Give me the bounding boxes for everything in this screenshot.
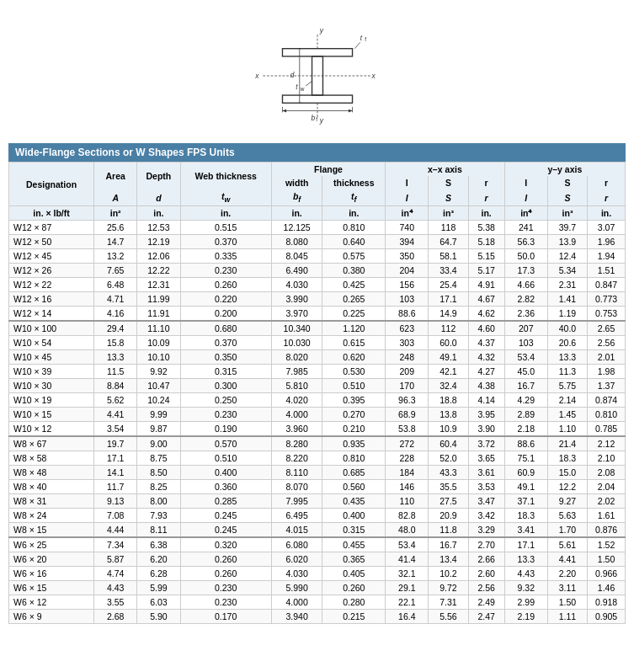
data-cell: 15.8 <box>94 336 137 350</box>
data-cell: 0.280 <box>322 595 386 610</box>
data-cell: 6.28 <box>137 567 180 581</box>
data-cell: 10.10 <box>137 350 180 365</box>
data-cell: 50.0 <box>504 249 547 264</box>
svg-text:t: t <box>360 34 362 42</box>
data-cell: 5.38 <box>468 221 504 235</box>
data-cell: 0.260 <box>180 278 271 292</box>
data-cell: 0.753 <box>588 307 626 322</box>
data-cell: 0.315 <box>180 365 271 379</box>
data-cell: 0.250 <box>180 393 271 408</box>
th-Iy: I <box>504 176 547 189</box>
data-cell: 0.425 <box>322 278 386 292</box>
designation-cell: W8 × 67 <box>9 436 94 451</box>
data-cell: 0.395 <box>322 393 386 408</box>
data-cell: 0.575 <box>322 249 386 264</box>
data-cell: 13.8 <box>429 408 468 422</box>
data-cell: 0.455 <box>322 537 386 552</box>
data-cell: 0.265 <box>322 292 386 307</box>
data-cell: 7.985 <box>271 365 322 379</box>
data-cell: 4.41 <box>94 408 137 422</box>
data-cell: 60.0 <box>429 336 468 350</box>
data-cell: 0.350 <box>180 350 271 365</box>
data-cell: 7.65 <box>94 264 137 278</box>
data-cell: 27.5 <box>429 494 468 509</box>
data-cell: 49.1 <box>504 480 547 494</box>
data-cell: 3.54 <box>94 422 137 437</box>
data-cell: 53.4 <box>386 537 429 552</box>
data-cell: 1.10 <box>547 422 587 437</box>
data-cell: 17.1 <box>504 537 547 552</box>
table-row: W10 × 4513.310.100.3508.0200.62024849.14… <box>9 350 626 365</box>
th-fl-width-sym: bf <box>271 189 322 206</box>
th-unit-depth: in. <box>137 206 180 221</box>
svg-text:t: t <box>296 83 298 91</box>
data-cell: 5.18 <box>468 235 504 249</box>
data-cell: 1.41 <box>547 292 587 307</box>
data-cell: 25.4 <box>429 278 468 292</box>
data-cell: 8.00 <box>137 494 180 509</box>
data-cell: 4.015 <box>271 523 322 538</box>
th-r: r <box>468 176 504 189</box>
data-cell: 82.8 <box>386 509 429 523</box>
data-cell: 0.685 <box>322 466 386 480</box>
data-cell: 5.990 <box>271 581 322 595</box>
designation-cell: W8 × 48 <box>9 466 94 480</box>
svg-marker-23 <box>282 109 286 113</box>
data-cell: 2.36 <box>504 307 547 322</box>
table-row: W8 × 5817.18.750.5108.2200.81022852.03.6… <box>9 451 626 466</box>
data-cell: 8.110 <box>271 466 322 480</box>
th-ry: r <box>588 176 626 189</box>
data-cell: 0.230 <box>180 408 271 422</box>
data-cell: 11.8 <box>429 523 468 538</box>
data-cell: 13.9 <box>547 235 587 249</box>
data-cell: 0.300 <box>180 379 271 393</box>
data-cell: 0.315 <box>322 523 386 538</box>
data-cell: 272 <box>386 436 429 451</box>
th-area-label: Area <box>94 163 137 190</box>
data-cell: 248 <box>386 350 429 365</box>
data-cell: 3.940 <box>271 610 322 624</box>
svg-text:w: w <box>299 86 304 92</box>
th-unit-r: in. <box>468 206 504 221</box>
data-cell: 0.400 <box>180 466 271 480</box>
data-cell: 2.14 <box>547 393 587 408</box>
data-cell: 0.405 <box>322 567 386 581</box>
data-cell: 13.2 <box>94 249 137 264</box>
data-cell: 146 <box>386 480 429 494</box>
designation-cell: W8 × 58 <box>9 451 94 466</box>
table-row: W12 × 164.7111.990.2203.9900.26510317.14… <box>9 292 626 307</box>
data-cell: 2.10 <box>588 451 626 466</box>
data-cell: 12.2 <box>547 480 587 494</box>
data-cell: 7.08 <box>94 509 137 523</box>
header-row-3: A d tw bf tf I S r I S r <box>9 189 626 206</box>
data-cell: 4.020 <box>271 393 322 408</box>
data-cell: 9.87 <box>137 422 180 437</box>
th-unit-Sy: in³ <box>547 206 587 221</box>
th-r-sym: r <box>468 189 504 206</box>
data-cell: 13.3 <box>94 350 137 365</box>
data-cell: 5.90 <box>137 610 180 624</box>
data-cell: 9.99 <box>137 408 180 422</box>
data-cell: 0.245 <box>180 509 271 523</box>
data-cell: 88.6 <box>504 436 547 451</box>
data-cell: 0.260 <box>180 552 271 567</box>
data-cell: 8.080 <box>271 235 322 249</box>
svg-text:y: y <box>318 26 323 35</box>
data-cell: 6.48 <box>94 278 137 292</box>
data-cell: 42.1 <box>429 365 468 379</box>
data-cell: 14.9 <box>429 307 468 322</box>
data-cell: 228 <box>386 451 429 466</box>
data-cell: 112 <box>429 321 468 336</box>
data-cell: 4.32 <box>468 350 504 365</box>
data-cell: 10.24 <box>137 393 180 408</box>
data-cell: 1.70 <box>547 523 587 538</box>
data-cell: 10.9 <box>429 422 468 437</box>
data-cell: 0.560 <box>322 480 386 494</box>
data-cell: 2.89 <box>504 408 547 422</box>
data-cell: 32.1 <box>386 567 429 581</box>
data-cell: 0.810 <box>322 221 386 235</box>
data-cell: 0.640 <box>322 235 386 249</box>
data-cell: 8.220 <box>271 451 322 466</box>
th-unit-fl-width: in. <box>271 206 322 221</box>
designation-cell: W10 × 30 <box>9 379 94 393</box>
